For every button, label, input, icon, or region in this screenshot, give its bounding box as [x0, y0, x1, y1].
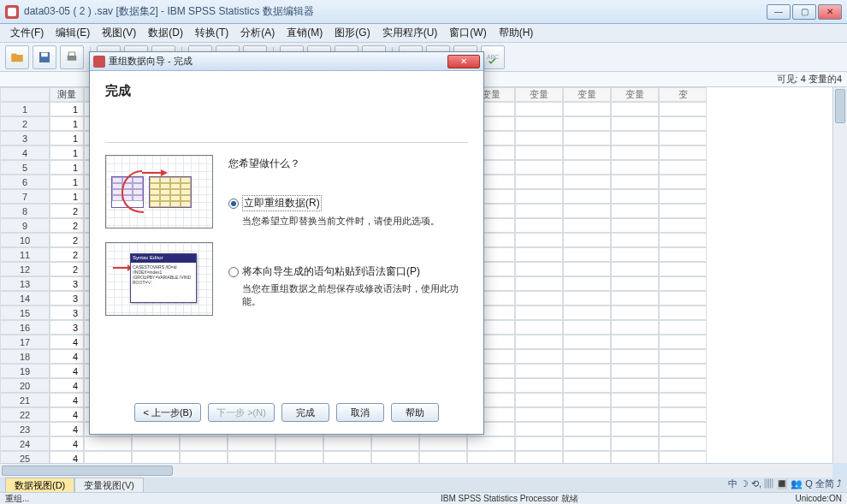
- empty-cell[interactable]: [563, 131, 611, 145]
- data-cell[interactable]: 4: [50, 335, 84, 349]
- data-cell[interactable]: 4: [50, 436, 84, 451]
- empty-cell[interactable]: [611, 378, 659, 393]
- empty-cell[interactable]: [659, 116, 707, 131]
- dialog-titlebar[interactable]: 重组数据向导 - 完成 ✕: [90, 52, 483, 71]
- data-cell[interactable]: 4: [50, 349, 84, 364]
- empty-cell[interactable]: [515, 262, 563, 276]
- maximize-button[interactable]: ▢: [792, 4, 816, 20]
- empty-cell[interactable]: [515, 422, 563, 436]
- empty-cell[interactable]: [563, 204, 611, 218]
- empty-cell[interactable]: [563, 320, 611, 335]
- data-cell[interactable]: 3: [50, 320, 84, 335]
- empty-cell[interactable]: [659, 393, 707, 407]
- empty-cell[interactable]: [611, 247, 659, 262]
- row-header[interactable]: 23: [0, 422, 50, 436]
- empty-cell[interactable]: [563, 422, 611, 436]
- print-icon[interactable]: [60, 45, 84, 69]
- empty-cell[interactable]: [659, 422, 707, 436]
- empty-cell[interactable]: [323, 436, 371, 451]
- menu-m[interactable]: 直销(M): [281, 24, 328, 42]
- empty-cell[interactable]: [563, 218, 611, 233]
- empty-cell[interactable]: [563, 175, 611, 189]
- data-cell[interactable]: 1: [50, 116, 84, 131]
- empty-cell[interactable]: [659, 291, 707, 305]
- empty-cell[interactable]: [611, 276, 659, 291]
- empty-cell[interactable]: [611, 175, 659, 189]
- empty-cell[interactable]: [611, 233, 659, 247]
- empty-cell[interactable]: [611, 145, 659, 160]
- menu-f[interactable]: 文件(F): [5, 24, 49, 42]
- cancel-button[interactable]: 取消: [336, 403, 384, 422]
- empty-cell[interactable]: [611, 349, 659, 364]
- data-cell[interactable]: 2: [50, 247, 84, 262]
- empty-cell[interactable]: [659, 145, 707, 160]
- empty-cell[interactable]: [659, 364, 707, 378]
- row-header[interactable]: 3: [0, 131, 50, 145]
- empty-cell[interactable]: [611, 189, 659, 204]
- empty-cell[interactable]: [515, 335, 563, 349]
- back-button[interactable]: < 上一步(B): [134, 403, 201, 422]
- empty-cell[interactable]: [515, 378, 563, 393]
- row-header[interactable]: 14: [0, 291, 50, 305]
- data-cell[interactable]: 4: [50, 393, 84, 407]
- row-header[interactable]: 1: [0, 102, 50, 116]
- empty-cell[interactable]: [659, 407, 707, 422]
- empty-cell[interactable]: [659, 320, 707, 335]
- menu-e[interactable]: 编辑(E): [50, 24, 95, 42]
- empty-cell[interactable]: [515, 189, 563, 204]
- data-cell[interactable]: 1: [50, 102, 84, 116]
- empty-cell[interactable]: [275, 436, 323, 451]
- radio-paste-syntax[interactable]: 将本向导生成的语句粘贴到语法窗口(P): [228, 264, 468, 279]
- empty-cell[interactable]: [563, 436, 611, 451]
- row-header[interactable]: 16: [0, 320, 50, 335]
- empty-cell[interactable]: [563, 305, 611, 320]
- spellcheck-icon[interactable]: ABC: [481, 45, 505, 69]
- empty-cell[interactable]: [611, 102, 659, 116]
- row-header[interactable]: 24: [0, 436, 50, 451]
- empty-cell[interactable]: [659, 276, 707, 291]
- empty-cell[interactable]: [611, 116, 659, 131]
- empty-cell[interactable]: [563, 335, 611, 349]
- empty-cell[interactable]: [611, 320, 659, 335]
- menu-a[interactable]: 分析(A): [235, 24, 280, 42]
- empty-cell[interactable]: [611, 160, 659, 175]
- row-header[interactable]: 7: [0, 189, 50, 204]
- data-cell[interactable]: 2: [50, 204, 84, 218]
- row-header[interactable]: 15: [0, 305, 50, 320]
- menu-g[interactable]: 图形(G): [329, 24, 375, 42]
- col-header-var[interactable]: 变: [659, 87, 707, 102]
- empty-cell[interactable]: [659, 305, 707, 320]
- menu-w[interactable]: 窗口(W): [444, 24, 491, 42]
- empty-cell[interactable]: [515, 436, 563, 451]
- empty-cell[interactable]: [515, 320, 563, 335]
- data-cell[interactable]: 4: [50, 378, 84, 393]
- empty-cell[interactable]: [659, 131, 707, 145]
- row-header[interactable]: 2: [0, 116, 50, 131]
- empty-cell[interactable]: [515, 175, 563, 189]
- empty-cell[interactable]: [515, 116, 563, 131]
- empty-cell[interactable]: [563, 378, 611, 393]
- data-cell[interactable]: 1: [50, 145, 84, 160]
- col-header-var[interactable]: 变量: [515, 87, 563, 102]
- empty-cell[interactable]: [659, 175, 707, 189]
- col-header-var[interactable]: 变量: [563, 87, 611, 102]
- data-cell[interactable]: 1: [50, 160, 84, 175]
- empty-cell[interactable]: [563, 364, 611, 378]
- empty-cell[interactable]: [611, 204, 659, 218]
- empty-cell[interactable]: [611, 262, 659, 276]
- empty-cell[interactable]: [659, 247, 707, 262]
- row-header[interactable]: 11: [0, 247, 50, 262]
- empty-cell[interactable]: [515, 131, 563, 145]
- row-header[interactable]: 19: [0, 364, 50, 378]
- empty-cell[interactable]: [515, 364, 563, 378]
- empty-cell[interactable]: [611, 422, 659, 436]
- menu-v[interactable]: 视图(V): [97, 24, 141, 42]
- empty-cell[interactable]: [515, 233, 563, 247]
- data-cell[interactable]: 2: [50, 233, 84, 247]
- vertical-scrollbar[interactable]: [832, 87, 847, 463]
- empty-cell[interactable]: [563, 102, 611, 116]
- empty-cell[interactable]: [659, 335, 707, 349]
- empty-cell[interactable]: [563, 233, 611, 247]
- finish-button[interactable]: 完成: [281, 403, 329, 422]
- empty-cell[interactable]: [371, 436, 419, 451]
